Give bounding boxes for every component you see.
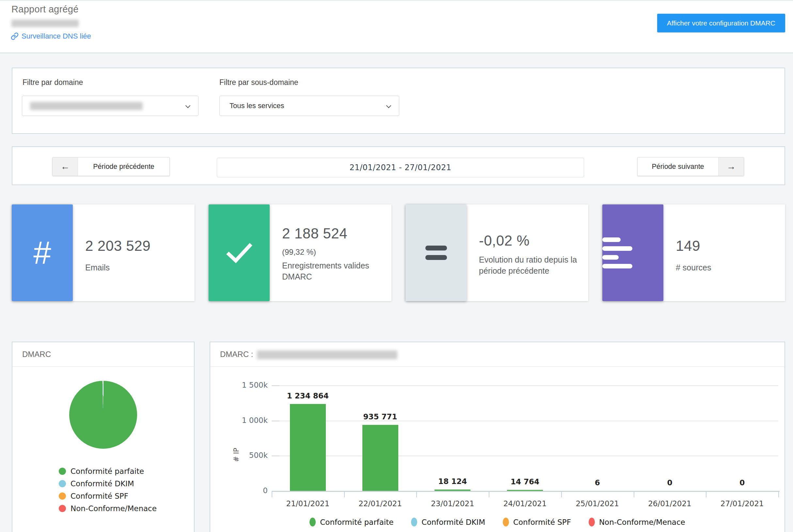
x-axis-tick <box>634 492 634 497</box>
dmarc-bar-card: DMARC : 0500k1 000k1 500k# IP1 234 86421… <box>210 342 785 532</box>
x-axis-category-label: 25/01/2021 <box>561 499 634 508</box>
pie-legend-item[interactable]: Non-Conforme/Menace <box>59 502 157 515</box>
redacted-domain-value <box>30 102 143 110</box>
pie-legend-label: Conformité parfaite <box>71 467 144 475</box>
legend-dot-icon <box>309 518 316 527</box>
domain-filter-select[interactable] <box>22 96 198 116</box>
pie-legend-label: Non-Conforme/Menace <box>71 504 157 513</box>
legend-dot-icon <box>411 518 417 527</box>
legend-dot-icon <box>588 518 595 527</box>
emails-label: Emails <box>85 262 195 273</box>
link-icon <box>11 32 19 40</box>
x-axis-tick <box>778 492 779 497</box>
x-axis-tick <box>706 492 707 497</box>
y-axis-tick-label: 1 500k <box>220 381 268 389</box>
chevron-down-icon <box>186 103 191 109</box>
valid-dmarc-label: Enregistrements valides DMARC <box>282 260 383 282</box>
bar-value-label: 1 234 864 <box>272 392 344 400</box>
next-period-button[interactable]: Période suivante → <box>637 157 744 176</box>
x-axis-tick <box>344 492 345 497</box>
bar-legend-item[interactable]: Conformité parfaite <box>309 518 393 527</box>
bar-23/01/2021[interactable] <box>434 490 470 491</box>
pie-legend-item[interactable]: Conformité SPF <box>59 490 157 502</box>
check-icon <box>209 205 270 301</box>
redacted-domain-subtitle <box>12 20 79 27</box>
bar-value-label: 935 771 <box>344 413 417 421</box>
gridline <box>272 456 778 456</box>
x-axis-category-label: 21/01/2021 <box>272 499 344 508</box>
legend-dot-icon <box>59 505 66 512</box>
x-axis-category-label: 23/01/2021 <box>416 499 489 508</box>
dmarc-pie-card: DMARC Conformité parfaiteConformité DKIM… <box>12 342 195 532</box>
bar-24/01/2021[interactable] <box>507 490 543 491</box>
bar-legend-label: Conformité DKIM <box>422 518 485 527</box>
stat-card-valid-dmarc: 2 188 524 (99,32 %) Enregistrements vali… <box>209 205 391 301</box>
axis-tick <box>272 385 279 386</box>
redacted-bar-card-domain <box>257 350 397 359</box>
hash-icon: # <box>12 205 73 301</box>
bar-value-label: 0 <box>706 478 778 487</box>
legend-dot-icon <box>59 480 66 487</box>
subdomain-filter-label: Filtre par sous-domaine <box>219 78 298 87</box>
x-axis-tick <box>561 492 562 497</box>
header: Rapport agrégé Surveillance DNS liée Aff… <box>0 0 793 53</box>
dmarc-bar-chart: 0500k1 000k1 500k# IP1 234 86421/01/2021… <box>210 367 785 532</box>
date-range-input[interactable]: 21/01/2021 - 27/01/2021 <box>217 158 584 177</box>
bar-legend: Conformité parfaiteConformité DKIMConfor… <box>210 518 785 527</box>
bar-value-label: 0 <box>634 478 706 487</box>
bar-21/01/2021[interactable] <box>290 404 326 491</box>
bar-legend-item[interactable]: Conformité SPF <box>503 518 571 527</box>
y-axis-title: # IP <box>232 448 240 462</box>
y-axis-tick-label: 0 <box>220 486 268 495</box>
filter-card: Filtre par domaine Filtre par sous-domai… <box>12 68 785 134</box>
subdomain-filter-select[interactable]: Tous les services <box>219 96 399 116</box>
show-dmarc-config-button[interactable]: Afficher votre configuration DMARC <box>657 14 785 32</box>
bar-22/01/2021[interactable] <box>362 425 398 491</box>
arrow-left-icon: ← <box>53 157 78 176</box>
stat-card-ratio-evolution: -0,02 % Evolution du ratio depuis la pér… <box>405 205 588 301</box>
bar-value-label: 6 <box>561 478 634 487</box>
emails-count: 2 203 529 <box>85 238 195 254</box>
pie-legend-item[interactable]: Conformité DKIM <box>59 477 157 490</box>
bar-legend-label: Non-Conforme/Menace <box>599 518 685 527</box>
y-axis-tick-label: 500k <box>220 451 268 459</box>
pie-legend-label: Conformité SPF <box>71 492 128 500</box>
dns-monitoring-link[interactable]: Surveillance DNS liée <box>11 32 91 40</box>
valid-dmarc-count: 2 188 524 <box>282 225 391 242</box>
bar-card-title: DMARC : <box>220 350 253 359</box>
previous-period-button[interactable]: ← Période précédente <box>52 157 170 176</box>
stat-card-sources: 149 # sources <box>602 205 785 301</box>
x-axis-tick <box>272 492 272 497</box>
sources-label: # sources <box>676 262 785 273</box>
x-axis-tick <box>416 492 417 497</box>
stat-card-emails: # 2 203 529 Emails <box>12 205 195 301</box>
stats-row: # 2 203 529 Emails 2 188 524 (99,32 %) E… <box>12 205 785 301</box>
pie-card-title: DMARC <box>22 350 51 359</box>
pie-legend-item[interactable]: Conformité parfaite <box>59 465 157 477</box>
x-axis-category-label: 27/01/2021 <box>706 499 778 508</box>
period-navigation-card: ← Période précédente 21/01/2021 - 27/01/… <box>12 146 785 185</box>
subdomain-filter-value: Tous les services <box>230 101 284 110</box>
ratio-evolution-value: -0,02 % <box>479 232 588 249</box>
bar-value-label: 18 124 <box>416 477 489 486</box>
ratio-evolution-label: Evolution du ratio depuis la période pré… <box>479 254 587 276</box>
bar-legend-item[interactable]: Non-Conforme/Menace <box>588 518 685 527</box>
x-axis-line <box>272 491 780 492</box>
legend-dot-icon <box>503 518 509 527</box>
list-icon <box>602 205 663 301</box>
bar-legend-label: Conformité parfaite <box>320 518 393 527</box>
x-axis-category-label: 24/01/2021 <box>489 499 561 508</box>
bar-legend-label: Conformité SPF <box>513 518 571 527</box>
equals-icon <box>405 205 466 301</box>
legend-dot-icon <box>59 468 66 475</box>
dmarc-pie-chart[interactable] <box>69 381 137 449</box>
pie-legend-label: Conformité DKIM <box>71 479 134 488</box>
x-axis-category-label: 26/01/2021 <box>634 499 706 508</box>
gridline <box>272 385 778 386</box>
bar-value-label: 14 764 <box>489 477 561 486</box>
x-axis-tick <box>489 492 489 497</box>
pie-legend: Conformité parfaiteConformité DKIMConfor… <box>59 465 157 515</box>
domain-filter-label: Filtre par domaine <box>22 78 83 87</box>
bar-legend-item[interactable]: Conformité DKIM <box>411 518 485 527</box>
axis-tick <box>272 456 279 456</box>
